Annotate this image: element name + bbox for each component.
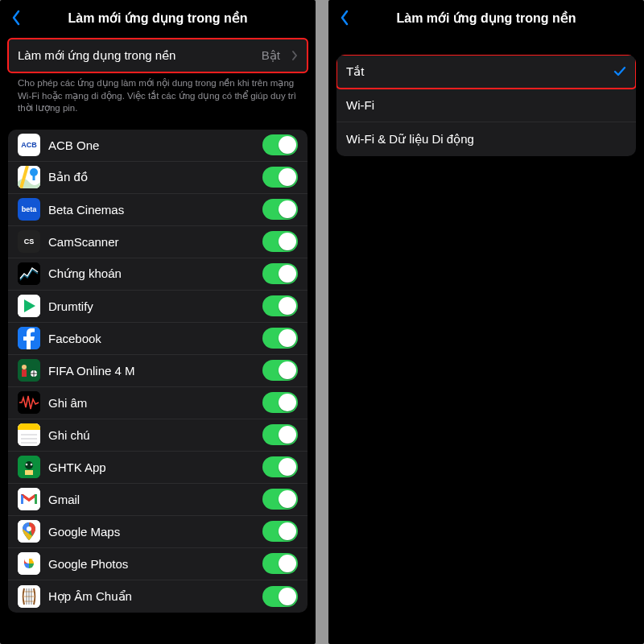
app-row: ACBACB One bbox=[8, 130, 308, 162]
app-toggle[interactable] bbox=[262, 360, 298, 381]
app-toggle[interactable] bbox=[262, 456, 298, 477]
option-label: Wi-Fi bbox=[346, 98, 626, 112]
app-row: Ghi chú bbox=[8, 419, 308, 452]
app-row: GHTK App bbox=[8, 452, 308, 484]
app-name: Ghi âm bbox=[48, 396, 254, 410]
chevron-left-icon bbox=[10, 10, 23, 26]
option-label: Tắt bbox=[346, 64, 605, 79]
app-name: Chứng khoán bbox=[48, 266, 254, 281]
app-icon bbox=[18, 262, 40, 285]
app-row: betaBeta Cinemas bbox=[8, 194, 308, 226]
app-toggle[interactable] bbox=[262, 167, 298, 188]
nav-bar: Làm mới ứng dụng trong nền bbox=[0, 0, 316, 35]
app-icon bbox=[18, 166, 40, 188]
option-label: Wi-Fi & Dữ liệu Di động bbox=[346, 132, 626, 147]
app-name: GHTK App bbox=[48, 460, 254, 474]
app-toggle[interactable] bbox=[262, 521, 298, 542]
app-row: Facebook bbox=[8, 323, 308, 355]
app-name: Gmail bbox=[48, 493, 254, 506]
svg-rect-21 bbox=[21, 494, 23, 504]
app-row: CSCamScanner bbox=[8, 226, 308, 258]
svg-rect-22 bbox=[35, 494, 37, 504]
app-name: FIFA Online 4 M bbox=[48, 364, 254, 378]
app-name: Google Photos bbox=[48, 557, 254, 571]
app-icon: ACB bbox=[18, 134, 40, 156]
app-icon bbox=[18, 488, 40, 510]
apps-group: ACBACB OneBản đồbetaBeta CinemasCSCamSca… bbox=[8, 130, 308, 613]
app-row: Bản đồ bbox=[8, 162, 308, 194]
app-icon bbox=[18, 456, 40, 478]
svg-point-18 bbox=[31, 464, 33, 466]
app-toggle[interactable] bbox=[262, 328, 298, 349]
app-toggle[interactable] bbox=[262, 553, 298, 574]
app-name: Drumtify bbox=[48, 299, 254, 313]
svg-rect-5 bbox=[18, 359, 40, 382]
option-row[interactable]: Tắt bbox=[336, 55, 636, 89]
app-icon bbox=[18, 391, 40, 414]
svg-rect-19 bbox=[25, 470, 33, 475]
app-row: FIFA Online 4 M bbox=[8, 355, 308, 387]
setting-footnote: Cho phép các ứng dụng làm mới nội dung t… bbox=[8, 72, 308, 115]
app-name: Hợp Âm Chuẩn bbox=[48, 589, 254, 604]
app-icon bbox=[18, 359, 40, 382]
app-toggle[interactable] bbox=[262, 586, 298, 607]
app-icon: beta bbox=[18, 198, 40, 221]
main-setting-group: Làm mới ứng dụng trong nền Bật bbox=[8, 39, 308, 72]
chevron-right-icon bbox=[291, 50, 298, 61]
phone-right: Làm mới ứng dụng trong nền TắtWi-FiWi-Fi… bbox=[328, 0, 644, 644]
app-row: Chứng khoán bbox=[8, 258, 308, 291]
options-group: TắtWi-FiWi-Fi & Dữ liệu Di động bbox=[336, 55, 636, 156]
check-icon bbox=[613, 66, 626, 77]
svg-point-6 bbox=[22, 365, 27, 369]
app-row: Ghi âm bbox=[8, 387, 308, 419]
app-name: Facebook bbox=[48, 332, 254, 345]
app-toggle[interactable] bbox=[262, 263, 298, 284]
app-name: Ghi chú bbox=[48, 428, 254, 442]
app-toggle[interactable] bbox=[262, 424, 298, 445]
app-row: Hợp Âm Chuẩn bbox=[8, 580, 308, 613]
app-toggle[interactable] bbox=[262, 199, 298, 220]
app-icon: CS bbox=[18, 230, 40, 253]
app-icon bbox=[18, 520, 40, 543]
app-toggle[interactable] bbox=[262, 392, 298, 413]
content-scroll[interactable]: TắtWi-FiWi-Fi & Dữ liệu Di động bbox=[328, 35, 644, 644]
page-title: Làm mới ứng dụng trong nền bbox=[8, 10, 308, 26]
page-title: Làm mới ứng dụng trong nền bbox=[336, 10, 636, 26]
app-icon bbox=[18, 585, 40, 608]
back-button[interactable] bbox=[5, 6, 27, 29]
app-row: Google Photos bbox=[8, 548, 308, 580]
app-toggle[interactable] bbox=[262, 134, 298, 155]
option-row[interactable]: Wi-Fi & Dữ liệu Di động bbox=[336, 122, 636, 156]
svg-rect-11 bbox=[18, 423, 40, 430]
app-name: ACB One bbox=[48, 138, 254, 152]
app-row: Drumtify bbox=[8, 291, 308, 323]
app-toggle[interactable] bbox=[262, 489, 298, 510]
app-name: CamScanner bbox=[48, 235, 254, 249]
svg-point-24 bbox=[27, 526, 31, 531]
app-icon bbox=[18, 552, 40, 575]
nav-bar: Làm mới ứng dụng trong nền bbox=[328, 0, 644, 35]
app-name: Beta Cinemas bbox=[48, 203, 254, 217]
app-icon bbox=[18, 423, 40, 446]
app-icon bbox=[18, 295, 40, 317]
app-name: Bản đồ bbox=[48, 170, 254, 184]
back-button[interactable] bbox=[333, 6, 356, 29]
app-row: Google Maps bbox=[8, 516, 308, 548]
background-refresh-row[interactable]: Làm mới ứng dụng trong nền Bật bbox=[8, 39, 308, 72]
row-label: Làm mới ứng dụng trong nền bbox=[18, 48, 254, 63]
row-value: Bật bbox=[262, 48, 280, 63]
svg-rect-7 bbox=[22, 369, 27, 377]
content-scroll[interactable]: Làm mới ứng dụng trong nền Bật Cho phép … bbox=[0, 35, 316, 644]
option-row[interactable]: Wi-Fi bbox=[336, 89, 636, 122]
app-name: Google Maps bbox=[48, 525, 254, 539]
phone-left: Làm mới ứng dụng trong nền Làm mới ứng d… bbox=[0, 0, 316, 644]
app-toggle[interactable] bbox=[262, 295, 298, 316]
svg-point-17 bbox=[26, 464, 28, 466]
app-toggle[interactable] bbox=[262, 231, 298, 252]
app-row: Gmail bbox=[8, 484, 308, 516]
chevron-left-icon bbox=[338, 10, 351, 26]
app-icon bbox=[18, 327, 40, 349]
